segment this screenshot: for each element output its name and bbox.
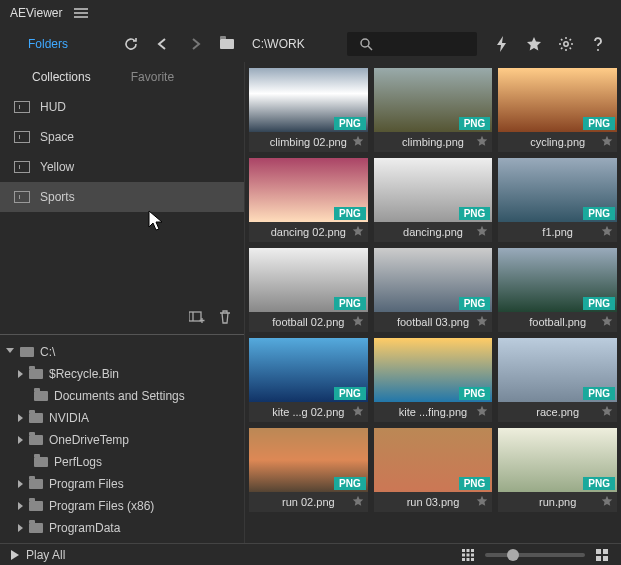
favorite-star-icon[interactable] bbox=[601, 225, 613, 237]
thumbnail-card[interactable]: PNGdancing 02.png bbox=[249, 158, 368, 242]
collection-icon bbox=[14, 191, 30, 203]
thumbnail-card[interactable]: PNGfootball.png bbox=[498, 248, 617, 332]
favorite-star-icon[interactable] bbox=[601, 315, 613, 327]
collection-label: HUD bbox=[40, 100, 66, 114]
chevron-right-icon[interactable] bbox=[18, 480, 23, 488]
favorite-star-icon[interactable] bbox=[352, 135, 364, 147]
tree-label: OneDriveTemp bbox=[49, 433, 129, 447]
thumbnail-filename: climbing 02.png bbox=[270, 136, 347, 148]
chevron-down-icon[interactable] bbox=[6, 348, 14, 357]
collection-item-space[interactable]: Space bbox=[0, 122, 244, 152]
thumbnail-card[interactable]: PNGrace.png bbox=[498, 338, 617, 422]
thumbnail-image: PNG bbox=[498, 248, 617, 312]
thumbnail-filename: football 03.png bbox=[397, 316, 469, 328]
favorite-star-icon[interactable] bbox=[476, 135, 488, 147]
tree-item[interactable]: NVIDIA bbox=[0, 407, 244, 429]
thumbnail-card[interactable]: PNGclimbing 02.png bbox=[249, 68, 368, 152]
favorite-star-icon[interactable] bbox=[476, 405, 488, 417]
favorite-star-icon[interactable] bbox=[476, 225, 488, 237]
collection-icon bbox=[14, 161, 30, 173]
favorite-label: Favorite bbox=[131, 70, 174, 84]
chevron-right-icon[interactable] bbox=[18, 414, 23, 422]
tree-root[interactable]: C:\ bbox=[0, 341, 244, 363]
favorite-star-icon[interactable] bbox=[476, 495, 488, 507]
collection-item-sports[interactable]: Sports bbox=[0, 182, 244, 212]
tree-item[interactable]: ProgramData bbox=[0, 517, 244, 539]
thumbnail-footer: run 02.png bbox=[249, 492, 368, 512]
chevron-right-icon[interactable] bbox=[18, 436, 23, 444]
thumbnail-card[interactable]: PNGfootball 03.png bbox=[374, 248, 493, 332]
tree-item[interactable]: PerfLogs bbox=[0, 451, 244, 473]
svg-point-2 bbox=[597, 49, 599, 51]
favorite-star-icon[interactable] bbox=[352, 495, 364, 507]
thumbnail-card[interactable]: PNGrun.png bbox=[498, 428, 617, 512]
filetype-badge: PNG bbox=[334, 297, 366, 310]
tree-label: Program Files bbox=[49, 477, 124, 491]
thumbnail-card[interactable]: PNGfootball 02.png bbox=[249, 248, 368, 332]
tree-item[interactable]: Program Files (x86) bbox=[0, 495, 244, 517]
svg-rect-4 bbox=[462, 549, 465, 552]
tree-item[interactable]: OneDriveTemp bbox=[0, 429, 244, 451]
folder-icon[interactable] bbox=[218, 35, 236, 53]
refresh-icon[interactable] bbox=[122, 35, 140, 53]
tree-label: PerfLogs bbox=[54, 455, 102, 469]
add-collection-icon[interactable] bbox=[188, 308, 206, 326]
svg-rect-5 bbox=[467, 549, 470, 552]
favorite-star-icon[interactable] bbox=[352, 405, 364, 417]
filetype-badge: PNG bbox=[334, 477, 366, 490]
svg-rect-7 bbox=[462, 553, 465, 556]
collections-list: HUD Space Yellow Sports bbox=[0, 92, 244, 212]
filetype-badge: PNG bbox=[583, 207, 615, 220]
gear-icon[interactable] bbox=[557, 35, 575, 53]
menu-icon[interactable] bbox=[72, 4, 90, 22]
thumbnail-filename: run 03.png bbox=[407, 496, 460, 508]
trash-icon[interactable] bbox=[216, 308, 234, 326]
thumbnail-footer: climbing 02.png bbox=[249, 132, 368, 152]
favorite-star-icon[interactable] bbox=[601, 405, 613, 417]
thumbnail-card[interactable]: PNGrun 02.png bbox=[249, 428, 368, 512]
tree-item[interactable]: Documents and Settings bbox=[0, 385, 244, 407]
star-icon[interactable] bbox=[525, 35, 543, 53]
thumbnail-card[interactable]: PNGkite ...fing.png bbox=[374, 338, 493, 422]
folder-icon bbox=[29, 435, 43, 445]
thumbnail-card[interactable]: PNGdancing.png bbox=[374, 158, 493, 242]
small-grid-icon[interactable] bbox=[459, 546, 477, 564]
thumbnail-image: PNG bbox=[249, 68, 368, 132]
large-grid-icon[interactable] bbox=[593, 546, 611, 564]
favorite-star-icon[interactable] bbox=[352, 225, 364, 237]
svg-point-0 bbox=[361, 39, 369, 47]
thumbnail-card[interactable]: PNGcycling.png bbox=[498, 68, 617, 152]
thumbnail-footer: f1.png bbox=[498, 222, 617, 242]
thumbnail-card[interactable]: PNGrun 03.png bbox=[374, 428, 493, 512]
svg-rect-11 bbox=[467, 558, 470, 561]
favorite-star-icon[interactable] bbox=[476, 315, 488, 327]
lightning-icon[interactable] bbox=[493, 35, 511, 53]
collection-item-hud[interactable]: HUD bbox=[0, 92, 244, 122]
forward-icon[interactable] bbox=[186, 35, 204, 53]
favorite-star-icon[interactable] bbox=[601, 495, 613, 507]
chevron-right-icon[interactable] bbox=[18, 524, 23, 532]
thumbnail-footer: football.png bbox=[498, 312, 617, 332]
chevron-right-icon[interactable] bbox=[18, 370, 23, 378]
thumbnail-image: PNG bbox=[498, 68, 617, 132]
drive-icon bbox=[20, 347, 34, 357]
chevron-right-icon[interactable] bbox=[18, 502, 23, 510]
favorite-star-icon[interactable] bbox=[352, 315, 364, 327]
thumbnail-footer: run 03.png bbox=[374, 492, 493, 512]
thumbnail-card[interactable]: PNGkite ...g 02.png bbox=[249, 338, 368, 422]
favorite-star-icon[interactable] bbox=[601, 135, 613, 147]
svg-point-1 bbox=[564, 42, 568, 46]
tree-item[interactable]: $Recycle.Bin bbox=[0, 363, 244, 385]
tree-label: $Recycle.Bin bbox=[49, 367, 119, 381]
play-all-button[interactable]: Play All bbox=[10, 548, 65, 562]
back-icon[interactable] bbox=[154, 35, 172, 53]
tree-item[interactable]: Program Files bbox=[0, 473, 244, 495]
help-icon[interactable] bbox=[589, 35, 607, 53]
thumbnail-size-slider[interactable] bbox=[485, 553, 585, 557]
collection-item-yellow[interactable]: Yellow bbox=[0, 152, 244, 182]
thumbnail-card[interactable]: PNGclimbing.png bbox=[374, 68, 493, 152]
tab-folders[interactable]: Folders bbox=[10, 31, 86, 57]
collection-actions bbox=[0, 302, 244, 332]
svg-rect-9 bbox=[471, 553, 474, 556]
thumbnail-card[interactable]: PNGf1.png bbox=[498, 158, 617, 242]
